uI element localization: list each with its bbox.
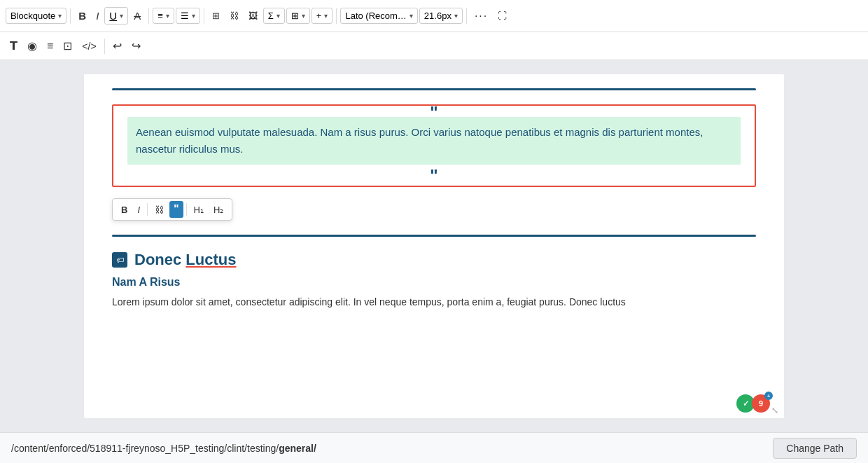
tag-icon: 🏷 [112, 252, 127, 268]
divider-2 [148, 8, 149, 24]
eye-button[interactable]: ◉ [23, 36, 41, 55]
bold-button[interactable]: B [74, 7, 90, 25]
align-dropdown[interactable]: ≡ ▾ [153, 8, 174, 24]
inline-h2-button[interactable]: H₂ [209, 202, 227, 217]
inline-quote-icon: " [174, 203, 179, 215]
code-icon: </> [82, 41, 96, 52]
paint-button[interactable]: 𝗧 [6, 36, 22, 55]
inline-divider-1 [147, 203, 148, 216]
block-type-label: Blockquote [10, 11, 55, 21]
code-button[interactable]: </> [78, 38, 100, 55]
inline-link-icon: ⛓ [155, 205, 164, 215]
sub-heading: Nam A Risus [112, 276, 756, 289]
sigma-dropdown[interactable]: Σ ▾ [263, 8, 285, 24]
list-dropdown[interactable]: ☰ ▾ [176, 8, 200, 24]
search-replace-button[interactable]: ⊡ [59, 36, 76, 55]
close-quote-icon: " [430, 167, 438, 184]
ext-icons: ✓ 9 + [736, 394, 770, 413]
strikethrough-button[interactable]: A [130, 7, 145, 25]
redo-icon: ↪ [132, 39, 141, 53]
divider-4 [336, 8, 337, 24]
inline-link-button[interactable]: ⛓ [150, 202, 168, 217]
italic-button[interactable]: I [92, 7, 103, 25]
underline-dropdown[interactable]: U ▾ [104, 7, 128, 25]
top-divider-line [112, 88, 756, 90]
inline-h1-button[interactable]: H₁ [190, 202, 208, 217]
redo-button[interactable]: ↪ [127, 36, 145, 55]
plus-dropdown[interactable]: + ▾ [312, 8, 333, 24]
size-dropdown[interactable]: 21.6px ▾ [419, 8, 463, 24]
status-bar: /content/enforced/518911-fjreynoso_H5P_t… [0, 432, 868, 463]
editor-content[interactable]: " Aenean euismod vulputate malesuada. Na… [84, 74, 784, 418]
fullscreen-button[interactable]: ⛶ [493, 8, 511, 24]
divider-1 [70, 8, 71, 24]
image-button[interactable]: 🖼 [244, 8, 262, 24]
search-replace-icon: ⊡ [63, 39, 72, 53]
special1-button[interactable]: ⊞ [208, 8, 224, 24]
section-title: Donec Luctus [134, 251, 236, 269]
blockquote-text[interactable]: Aenean euismod vulputate malesuada. Nam … [127, 117, 741, 165]
block-type-chevron: ▾ [58, 12, 62, 20]
more-icon: ··· [475, 10, 488, 22]
more-button[interactable]: ··· [470, 7, 492, 25]
lines-icon: ≡ [47, 40, 53, 53]
section-divider [112, 235, 756, 237]
block-type-dropdown[interactable]: Blockquote ▾ [6, 8, 66, 24]
blockquote-container[interactable]: " Aenean euismod vulputate malesuada. Na… [112, 104, 756, 187]
table-dropdown[interactable]: ⊞ ▾ [286, 8, 310, 24]
link-button[interactable]: ⛓ [225, 8, 243, 24]
undo-button[interactable]: ↩ [108, 36, 126, 55]
toolbar-top: Blockquote ▾ B I U ▾ A ≡ ▾ ☰ ▾ ⊞ ⛓ 🖼 Σ ▾… [0, 0, 868, 32]
change-path-button[interactable]: Change Path [773, 438, 857, 459]
lines-button[interactable]: ≡ [43, 37, 57, 55]
section-title-underlined: Luctus [186, 251, 236, 268]
resize-handle[interactable]: ⤡ [771, 406, 781, 415]
divider-3 [204, 8, 204, 24]
divider-bottom-1 [104, 39, 105, 54]
undo-icon: ↩ [113, 39, 122, 53]
fullscreen-icon: ⛶ [498, 11, 507, 21]
inline-quote-button[interactable]: " [169, 201, 183, 218]
divider-5 [466, 8, 467, 24]
paint-icon: 𝗧 [10, 39, 18, 53]
inline-divider-2 [186, 203, 187, 216]
inline-bold-button[interactable]: B [117, 202, 132, 217]
section-heading: 🏷 Donec Luctus [112, 251, 756, 269]
inline-toolbar: B I ⛓ " H₁ H₂ [112, 198, 232, 221]
eye-icon: ◉ [27, 39, 37, 53]
path-display: /content/enforced/518911-fjreynoso_H5P_t… [11, 443, 316, 454]
editor-area: " Aenean euismod vulputate malesuada. Na… [0, 60, 868, 432]
ext-icon-red: 9 + [752, 394, 770, 413]
body-text: Lorem ipsum dolor sit amet, consectetur … [112, 294, 756, 310]
toolbar-bottom: 𝗧 ◉ ≡ ⊡ </> ↩ ↪ [0, 32, 868, 60]
open-quote-icon: " [430, 104, 438, 121]
font-dropdown[interactable]: Lato (Recom… ▾ [340, 8, 417, 24]
inline-italic-button[interactable]: I [133, 202, 144, 217]
